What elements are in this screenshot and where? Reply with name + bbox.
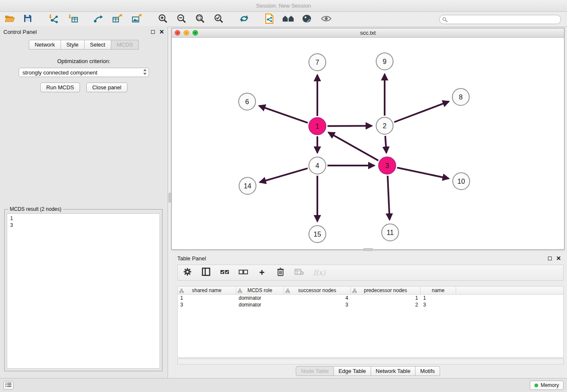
table-horizontal-scrollbar[interactable]	[177, 359, 564, 364]
show-hide-details-button[interactable]	[320, 13, 333, 26]
export-network-button[interactable]	[111, 13, 124, 26]
table-row[interactable]: 1dominator411	[178, 295, 563, 301]
graph-node-7[interactable]: 7	[309, 54, 326, 71]
optimization-criterion-dropdown[interactable]: strongly connected component	[19, 68, 149, 77]
close-panel-icon[interactable]: ✕	[159, 29, 164, 35]
graph-edge-3-1[interactable]	[328, 133, 378, 161]
column-header-label: name	[432, 287, 444, 293]
refresh-view-button[interactable]	[238, 13, 250, 26]
network-canvas-svg: 7968124314101511	[172, 38, 564, 249]
memory-button[interactable]: Memory	[530, 381, 564, 390]
search-input[interactable]	[439, 15, 561, 24]
tab-style[interactable]: Style	[61, 40, 85, 50]
tab-edge-table[interactable]: Edge Table	[334, 366, 371, 376]
export-image-button[interactable]	[130, 13, 143, 26]
graph-edge-2-8[interactable]	[394, 102, 449, 122]
delete-table-button[interactable]	[295, 268, 304, 278]
open-session-button[interactable]	[3, 13, 16, 26]
table-row[interactable]: 3dominator323	[178, 301, 563, 308]
delete-column-button[interactable]	[276, 268, 285, 278]
table-cell-name[interactable]: 3	[421, 301, 456, 308]
column-header-successor-nodes[interactable]: successor nodes	[284, 287, 351, 294]
tab-network[interactable]: Network	[29, 40, 61, 50]
network-canvas[interactable]: 7968124314101511	[172, 38, 564, 249]
graph-edge-3-10[interactable]	[397, 168, 449, 179]
graph-node-14[interactable]: 14	[239, 177, 256, 194]
run-mcds-button[interactable]: Run MCDS	[40, 83, 80, 92]
table-cell-mcds-role[interactable]: dominator	[236, 295, 284, 301]
graph-edge-1-6[interactable]	[259, 106, 308, 123]
tab-network-table[interactable]: Network Table	[371, 366, 416, 376]
graph-node-11[interactable]: 11	[382, 224, 399, 241]
column-header-label: shared name	[192, 287, 221, 293]
mcds-result-title: MCDS result (2 nodes)	[8, 206, 63, 212]
tab-mcds[interactable]: MCDS	[111, 40, 139, 50]
graph-node-2[interactable]: 2	[376, 117, 393, 134]
add-column-button[interactable]: +	[257, 268, 267, 278]
tab-select[interactable]: Select	[85, 40, 111, 50]
window-maximize-icon[interactable]: +	[193, 30, 198, 36]
table-cell-shared-name[interactable]: 1	[178, 295, 236, 301]
graph-node-8[interactable]: 8	[452, 88, 469, 105]
float-table-panel-icon[interactable]	[548, 257, 552, 260]
graph-node-1[interactable]: 1	[309, 118, 326, 135]
zoom-selected-button[interactable]	[212, 13, 225, 26]
application-window: Session: New Session	[0, 0, 567, 392]
column-header-mcds-role[interactable]: MCDS role	[236, 287, 284, 294]
deselect-all-button[interactable]	[239, 268, 248, 278]
network-tools-button[interactable]	[92, 13, 105, 26]
table-cell-successor-nodes[interactable]: 4	[284, 295, 351, 301]
zoom-in-icon	[158, 14, 168, 25]
close-table-panel-icon[interactable]: ✕	[556, 255, 561, 261]
close-panel-button[interactable]: Close panel	[86, 83, 127, 92]
table-cell-successor-nodes[interactable]: 3	[284, 301, 351, 308]
tab-motifs[interactable]: Motifs	[416, 366, 440, 376]
function-builder-button[interactable]: f(x)	[313, 268, 325, 278]
horizontal-splitter-handle[interactable]	[363, 248, 373, 251]
import-network-button[interactable]	[47, 13, 60, 26]
table-settings-button[interactable]	[183, 268, 192, 278]
graph-node-15[interactable]: 15	[309, 226, 326, 243]
task-history-button[interactable]	[3, 381, 14, 389]
graph-node-10[interactable]: 10	[453, 173, 470, 190]
table-cell-shared-name[interactable]: 3	[178, 301, 236, 308]
import-table-button[interactable]	[67, 13, 80, 26]
zoom-out-button[interactable]	[175, 13, 188, 26]
new-network-from-selection-button[interactable]	[263, 13, 276, 26]
show-column-panel-button[interactable]	[201, 268, 211, 278]
graph-node-4[interactable]: 4	[309, 157, 326, 174]
apply-style-button[interactable]	[300, 13, 313, 26]
window-titlebar[interactable]: Session: New Session	[0, 0, 567, 12]
tab-node-table[interactable]: Node Table	[296, 366, 334, 376]
graph-node-9[interactable]: 9	[376, 53, 393, 70]
float-panel-icon[interactable]	[151, 30, 155, 34]
graph-node-label: 7	[316, 59, 319, 66]
window-close-icon[interactable]: ×	[175, 30, 180, 36]
graph-node-label: 1	[316, 123, 319, 130]
double-home-icon	[282, 14, 294, 25]
graph-edge-2-3[interactable]	[385, 136, 387, 153]
zoom-fit-button[interactable]	[194, 13, 206, 26]
graph-edge-4-14[interactable]	[260, 168, 308, 182]
table-cell-predecessor-nodes[interactable]: 1	[351, 295, 421, 301]
vertical-splitter-handle[interactable]	[168, 193, 171, 203]
column-header-predecessor-nodes[interactable]: predecessor nodes	[351, 287, 421, 294]
window-minimize-icon[interactable]: −	[184, 30, 189, 36]
table-panel-header: Table Panel ✕	[171, 253, 564, 264]
select-all-button[interactable]	[220, 268, 229, 278]
graph-node-3[interactable]: 3	[379, 157, 396, 174]
graph-edge-1-2[interactable]	[328, 126, 372, 126]
graph-node-6[interactable]: 6	[239, 93, 256, 110]
mcds-result-list[interactable]: 13	[7, 213, 160, 369]
zoom-in-button[interactable]	[157, 13, 169, 26]
column-header-name[interactable]: name	[421, 287, 456, 294]
open-folder-icon	[5, 14, 15, 24]
first-neighbors-button[interactable]	[282, 13, 295, 26]
network-window-titlebar[interactable]: × − + scc.txt	[172, 28, 564, 38]
save-session-button[interactable]	[21, 13, 34, 26]
graph-edge-3-11[interactable]	[388, 176, 390, 220]
table-cell-predecessor-nodes[interactable]: 2	[351, 301, 421, 308]
table-cell-mcds-role[interactable]: dominator	[236, 301, 284, 308]
column-header-shared-name[interactable]: shared name	[178, 287, 236, 294]
table-cell-name[interactable]: 1	[421, 295, 456, 301]
